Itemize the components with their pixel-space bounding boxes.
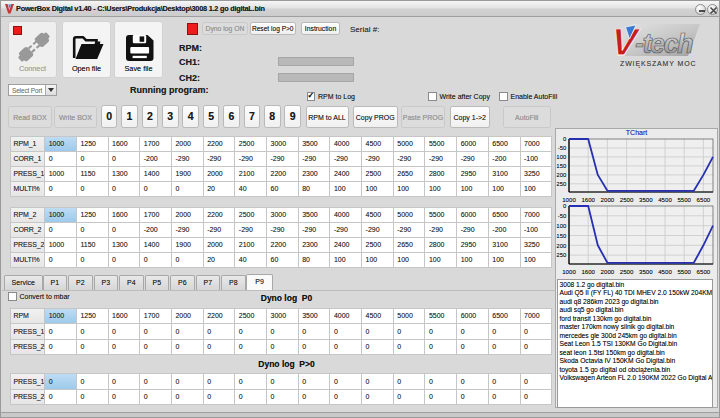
svg-text:4500: 4500 bbox=[658, 268, 672, 275]
svg-text:-250: -250 bbox=[554, 252, 567, 258]
svg-text:-tech: -tech bbox=[635, 29, 693, 59]
svg-text:6500: 6500 bbox=[697, 268, 711, 275]
svg-text:5500: 5500 bbox=[677, 268, 691, 275]
svg-text:-100: -100 bbox=[554, 223, 567, 229]
svg-text:-200: -200 bbox=[554, 243, 567, 249]
svg-text:-50: -50 bbox=[558, 213, 567, 219]
svg-text:2000: 2000 bbox=[601, 268, 615, 275]
svg-text:-150: -150 bbox=[554, 233, 567, 239]
svg-text:1600: 1600 bbox=[581, 268, 595, 275]
svg-text:3500: 3500 bbox=[639, 268, 653, 275]
svg-text:0: 0 bbox=[563, 203, 567, 209]
svg-text:2500: 2500 bbox=[620, 268, 634, 275]
svg-text:1000: 1000 bbox=[562, 268, 576, 275]
